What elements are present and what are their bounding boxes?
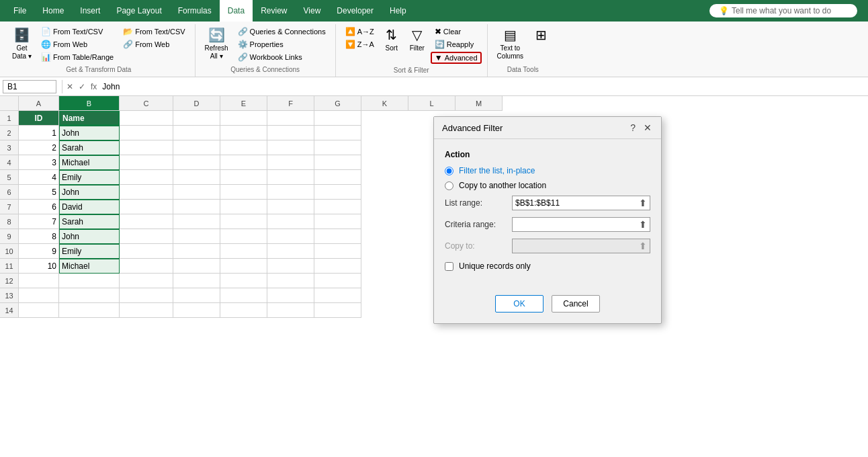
existing-connections-button[interactable]: 🔗 From Web [119,38,189,50]
col-header-g[interactable]: G [314,96,361,111]
cell-f3[interactable] [267,140,314,155]
cell-e3[interactable] [220,140,267,155]
menu-page-layout[interactable]: Page Layout [108,0,169,22]
menu-home[interactable]: Home [34,0,72,22]
criteria-range-input[interactable]: ⬆ [512,217,650,232]
menu-review[interactable]: Review [253,0,295,22]
cell-e4[interactable] [220,155,267,170]
cell-c12[interactable] [120,274,173,288]
cancel-button[interactable]: Cancel [552,295,600,313]
col-header-a[interactable]: A [19,96,59,111]
cell-d10[interactable] [173,244,220,259]
cell-g2[interactable] [314,126,361,140]
cell-b12[interactable] [59,274,120,288]
cell-c9[interactable] [120,229,173,244]
cell-a13[interactable] [19,288,59,303]
cell-c14[interactable] [120,303,173,318]
unique-records-label[interactable]: Unique records only [459,261,531,271]
cell-f8[interactable] [267,214,314,229]
advanced-button[interactable]: ▼ Advanced [431,52,482,64]
cell-g9[interactable] [314,229,361,244]
menu-insert[interactable]: Insert [72,0,108,22]
cell-b10[interactable]: Emily [59,244,120,259]
queries-connections-button[interactable]: 🔗 Queries & Connections [234,26,330,38]
cell-a5[interactable]: 4 [19,170,59,185]
criteria-range-collapse-button[interactable]: ⬆ [639,219,647,230]
cell-d2[interactable] [173,126,220,140]
cell-b13[interactable] [59,288,120,303]
filter-button[interactable]: ▽ Filter [405,26,429,63]
cell-g11[interactable] [314,259,361,274]
cell-g14[interactable] [314,303,361,318]
cell-e7[interactable] [220,200,267,214]
cell-d4[interactable] [173,155,220,170]
cell-f5[interactable] [267,170,314,185]
cell-e14[interactable] [220,303,267,318]
cell-f13[interactable] [267,288,314,303]
cell-g3[interactable] [314,140,361,155]
reapply-button[interactable]: 🔄 Reapply [431,38,482,50]
cell-g13[interactable] [314,288,361,303]
cell-g8[interactable] [314,214,361,229]
text-to-columns-button[interactable]: ▤ Text toColumns [493,26,527,63]
col-header-c[interactable]: C [120,96,173,111]
cell-a6[interactable]: 5 [19,185,59,200]
cell-g4[interactable] [314,155,361,170]
cell-d5[interactable] [173,170,220,185]
cell-d1[interactable] [173,111,220,126]
sort-az-button[interactable]: 🔼 A→Z [341,26,378,38]
cell-f4[interactable] [267,155,314,170]
workbook-links-button[interactable]: 🔗 Workbook Links [234,51,330,63]
cell-f10[interactable] [267,244,314,259]
cell-e9[interactable] [220,229,267,244]
cell-a10[interactable]: 9 [19,244,59,259]
cell-g5[interactable] [314,170,361,185]
dialog-close-button[interactable]: ✕ [642,122,653,133]
cell-e2[interactable] [220,126,267,140]
cell-g1[interactable] [314,111,361,126]
file-menu-button[interactable]: File [5,0,34,22]
cell-f12[interactable] [267,274,314,288]
radio-copy-location[interactable] [445,181,453,190]
cell-c5[interactable] [120,170,173,185]
radio-filter-inplace[interactable] [445,167,453,175]
cell-f2[interactable] [267,126,314,140]
cell-c13[interactable] [120,288,173,303]
cell-e5[interactable] [220,170,267,185]
cell-b4[interactable]: Michael [59,155,120,170]
confirm-formula-icon[interactable]: ✓ [77,81,87,93]
unique-records-checkbox[interactable] [445,262,453,271]
cell-c7[interactable] [120,200,173,214]
cell-f1[interactable] [267,111,314,126]
cell-f9[interactable] [267,229,314,244]
cell-a7[interactable]: 6 [19,200,59,214]
get-data-button[interactable]: 🗄️ GetData ▾ [8,26,36,63]
cell-c2[interactable] [120,126,173,140]
cancel-formula-icon[interactable]: ✕ [65,81,75,93]
cell-g10[interactable] [314,244,361,259]
clear-button[interactable]: ✖ Clear [431,26,482,38]
data-tools-extra-button[interactable]: ⊞ [529,26,553,63]
col-header-e[interactable]: E [220,96,267,111]
cell-c11[interactable] [120,259,173,274]
menu-help[interactable]: Help [382,0,415,22]
tell-me-box[interactable]: 💡 Tell me what you want to do [709,4,857,17]
cell-g12[interactable] [314,274,361,288]
dialog-help-button[interactable]: ? [629,122,637,133]
cell-b9[interactable]: John [59,229,120,244]
cell-g6[interactable] [314,185,361,200]
col-header-f[interactable]: F [267,96,314,111]
cell-a8[interactable]: 7 [19,214,59,229]
cell-b11[interactable]: Michael [59,259,120,274]
cell-d9[interactable] [173,229,220,244]
cell-d8[interactable] [173,214,220,229]
cell-d3[interactable] [173,140,220,155]
radio-copy-location-label[interactable]: Copy to another location [459,181,546,190]
cell-c3[interactable] [120,140,173,155]
col-header-l[interactable]: L [408,96,455,111]
cell-a11[interactable]: 10 [19,259,59,274]
cell-e8[interactable] [220,214,267,229]
cell-a9[interactable]: 8 [19,229,59,244]
cell-a3[interactable]: 2 [19,140,59,155]
cell-e6[interactable] [220,185,267,200]
